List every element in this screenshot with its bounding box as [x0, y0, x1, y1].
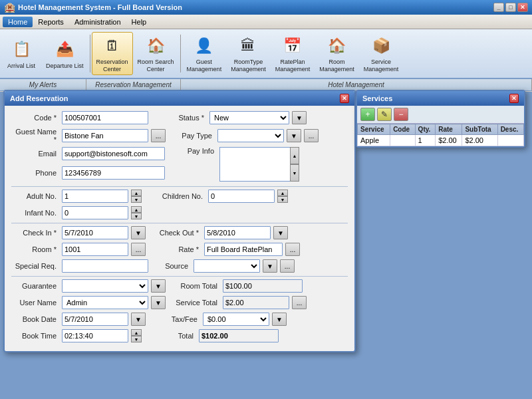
maximize-button[interactable]: □	[505, 3, 516, 12]
infant-down[interactable]: ▼	[131, 213, 142, 219]
children-up[interactable]: ▲	[277, 190, 288, 196]
close-button[interactable]: ✕	[517, 3, 528, 12]
toolbar-roomtype-management[interactable]: 🏛 RoomTypeManagement	[226, 32, 271, 75]
infant-up[interactable]: ▲	[131, 206, 142, 213]
rate-browse-btn[interactable]: ...	[285, 243, 300, 256]
guest-name-label: Guest Name *	[11, 128, 59, 144]
book-date-dropdown[interactable]: ▼	[131, 313, 146, 326]
pay-info-label: Pay Info	[177, 147, 217, 155]
toolbar: 📋 Arrival List 📤 Departure List 🗓 Reserv…	[0, 29, 532, 79]
adult-up[interactable]: ▲	[131, 190, 142, 196]
checkin-dropdown[interactable]: ▼	[131, 226, 146, 239]
menu-reports[interactable]: Reports	[33, 17, 69, 27]
toolbar-guest-management[interactable]: 👤 GuestManagement	[182, 32, 227, 75]
tax-fee-select[interactable]: $0.00	[203, 313, 269, 326]
dialog-close-button[interactable]: ✕	[340, 94, 349, 103]
dialog-title-bar: Add Reservation ✕	[5, 91, 354, 106]
toolbar-rateplan-management[interactable]: 📅 RatePlanManagement	[271, 32, 315, 75]
room-browse-btn[interactable]: ...	[131, 243, 146, 256]
pay-info-textarea[interactable]	[219, 147, 299, 182]
col-rate: Rate	[436, 124, 462, 135]
toolbar-room-management[interactable]: 🏠 RoomManagement	[315, 32, 359, 75]
phone-label: Phone	[11, 169, 59, 177]
source-dropdown[interactable]: ▼	[263, 259, 277, 273]
roomtype-icon: 🏛	[236, 34, 260, 57]
checkout-input[interactable]	[204, 226, 271, 239]
delete-service-button[interactable]: −	[394, 108, 408, 121]
service-total-input	[223, 296, 289, 309]
adult-no-input[interactable]	[62, 190, 128, 203]
toolbar-departure-list[interactable]: 📤 Departure List	[41, 32, 88, 75]
infant-no-input[interactable]	[62, 206, 128, 219]
booktime-up[interactable]: ▲	[131, 329, 142, 336]
room-search-label: Room SearchCenter	[138, 59, 174, 73]
pay-type-browse-btn[interactable]: ...	[304, 129, 319, 142]
children-no-label: Children No.	[152, 192, 205, 200]
room-total-input	[223, 279, 303, 293]
children-down[interactable]: ▼	[277, 196, 288, 203]
row-special-source: Special Req. Source ▼ ...	[11, 259, 348, 273]
status-select[interactable]: New Confirmed Cancelled	[209, 111, 289, 124]
toolbar-service-management[interactable]: 📦 ServiceManagement	[359, 32, 404, 75]
services-close-button[interactable]: ✕	[509, 94, 519, 103]
rate-input[interactable]	[204, 243, 283, 256]
edit-service-button[interactable]: ✎	[377, 108, 392, 121]
table-row[interactable]: Apple 1 $2.00 $2.00	[358, 135, 524, 146]
booktime-down[interactable]: ▼	[131, 336, 142, 342]
user-name-select[interactable]: Admin	[62, 296, 148, 309]
guarantee-dropdown[interactable]: ▼	[151, 279, 166, 293]
tax-fee-label: Tax/Fee	[155, 315, 200, 323]
col-desc: Desc.	[497, 124, 523, 135]
code-input[interactable]	[62, 111, 148, 124]
room-label: Room *	[11, 245, 59, 253]
toolbar-arrival-list[interactable]: 📋 Arrival List	[1, 32, 41, 75]
checkin-input[interactable]	[62, 226, 128, 239]
pay-type-dropdown-btn[interactable]: ▼	[287, 129, 301, 142]
guest-name-input[interactable]	[62, 129, 148, 142]
menu-help[interactable]: Help	[126, 17, 152, 27]
source-select[interactable]	[194, 259, 260, 273]
guarantee-select[interactable]	[62, 279, 148, 293]
user-name-dropdown[interactable]: ▼	[151, 296, 166, 309]
row-adults-children: Adult No. ▲ ▼ Children No. ▲ ▼	[11, 190, 348, 203]
add-service-button[interactable]: +	[360, 108, 375, 121]
title-bar-buttons: _ □ ✕	[493, 3, 528, 12]
toolbar-room-search-center[interactable]: 🏠 Room SearchCenter	[133, 32, 179, 75]
col-service: Service	[358, 124, 390, 135]
payinfo-scroll-down[interactable]: ▼	[290, 164, 299, 182]
email-input[interactable]	[62, 147, 165, 160]
row-checkin-checkout: Check In * ▼ Check Out * ▼	[11, 226, 348, 239]
roomtype-label: RoomTypeManagement	[231, 59, 266, 73]
book-time-input[interactable]	[62, 329, 128, 342]
room-input[interactable]	[62, 243, 128, 256]
title-bar: 🏨 Hotel Management System - Full Board V…	[0, 0, 532, 15]
section-reservation-mgmt: Reservation Management	[86, 79, 181, 90]
book-date-input[interactable]	[62, 313, 128, 326]
service-management-icon: 📦	[369, 34, 393, 57]
row-guarantee-roomtotal: Guarantee ▼ Room Total	[11, 279, 348, 293]
service-management-label: ServiceManagement	[364, 59, 399, 73]
row-guest-paytype: Guest Name * ... Pay Type Cash Credit Ca…	[11, 128, 348, 144]
phone-input[interactable]	[62, 166, 165, 180]
minimize-button[interactable]: _	[493, 3, 504, 12]
toolbar-reservation-center[interactable]: 🗓 ReservationCenter	[92, 32, 133, 75]
payinfo-scroll-up[interactable]: ▲	[290, 147, 299, 164]
menu-home[interactable]: Home	[3, 17, 33, 27]
reservation-center-icon: 🗓	[100, 34, 124, 57]
row-username-servicetotal: User Name Admin ▼ Service Total ...	[11, 296, 348, 309]
children-no-input[interactable]	[208, 190, 275, 203]
adult-down[interactable]: ▼	[131, 196, 142, 203]
service-total-browse-btn[interactable]: ...	[292, 296, 307, 309]
guest-browse-btn[interactable]: ...	[151, 129, 166, 142]
row-bookdate-taxfee: Book Date ▼ Tax/Fee $0.00 ▼	[11, 313, 348, 326]
services-title-text: Services	[362, 94, 392, 102]
tax-fee-dropdown[interactable]: ▼	[272, 313, 287, 326]
menu-administration[interactable]: Administration	[69, 17, 126, 27]
infant-no-label: Infant No.	[11, 209, 59, 217]
status-dropdown-btn[interactable]: ▼	[292, 111, 307, 124]
checkout-dropdown[interactable]: ▼	[273, 226, 288, 239]
special-req-input[interactable]	[62, 259, 148, 273]
source-browse-btn[interactable]: ...	[280, 259, 295, 273]
pay-type-select[interactable]: Cash Credit Card	[217, 129, 284, 142]
row-booktime-total: Book Time ▲ ▼ Total	[11, 329, 348, 342]
